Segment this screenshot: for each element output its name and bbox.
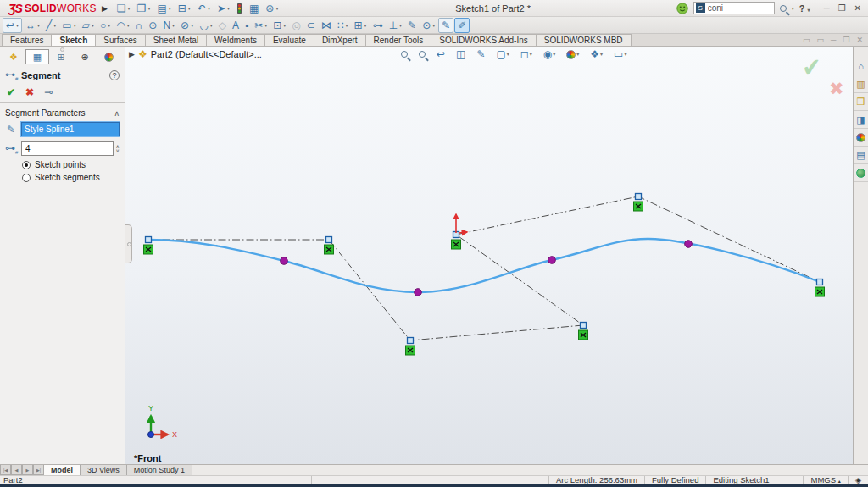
spline-fit-point-1[interactable]	[415, 289, 422, 296]
status-tag-icon[interactable]: ◈	[848, 476, 868, 484]
spline-control-point-5[interactable]	[636, 194, 642, 200]
perimeter-circle-icon[interactable]: ⊙	[146, 19, 159, 32]
offset-on-surface-icon[interactable]: ⊂	[304, 19, 318, 32]
sketch-origin-x-arrow[interactable]	[459, 232, 467, 233]
ok-button[interactable]: ✔	[7, 86, 15, 98]
sheet-nav-button-0[interactable]: |◀	[0, 465, 11, 475]
custom-properties-icon[interactable]: ▤	[854, 147, 868, 164]
graphics-viewport[interactable]: YX*Front ▶ ❖ Part2 (Default<<Default>...…	[125, 47, 853, 464]
ribbon-tab-weldments[interactable]: Weldments	[206, 34, 265, 46]
spline-control-point-3[interactable]	[581, 323, 587, 329]
conic-icon[interactable]: ⊘▾	[178, 19, 196, 32]
user-presence-icon[interactable]	[676, 3, 688, 14]
conic-icon-dropdown[interactable]: ▾	[191, 19, 193, 31]
close-button[interactable]: ✕	[854, 3, 861, 13]
new-document-icon-dropdown[interactable]: ▾	[128, 3, 131, 14]
mirror-entities-icon[interactable]: ⋈	[319, 19, 334, 32]
search-dropdown-icon[interactable]: ▾	[792, 5, 794, 11]
confirm-sketch-icon[interactable]: ✔	[800, 53, 823, 82]
cancel-button[interactable]: ✖	[25, 86, 34, 98]
bottom-tab-motion-study-1[interactable]: Motion Study 1	[127, 465, 192, 475]
segment-parameters-section-header[interactable]: Segment Parameters ∧	[0, 103, 125, 119]
spline-icon[interactable]: N▾	[160, 19, 177, 32]
corner-rectangle-icon-dropdown[interactable]: ▾	[74, 19, 76, 31]
spline-name-field[interactable]: Style Spline1	[21, 122, 120, 136]
ribbon-tab-sheet-metal[interactable]: Sheet Metal	[145, 34, 207, 46]
smart-dimension-icon[interactable]: ↔▾	[23, 19, 42, 32]
select-icon-dropdown[interactable]: ▾	[227, 3, 230, 14]
centerpoint-arc-icon[interactable]: ◠▾	[114, 19, 132, 32]
zoom-to-fit-icon[interactable]	[398, 50, 410, 58]
sheet-nav-button-3[interactable]: ▶|	[33, 465, 44, 475]
print-icon-dropdown[interactable]: ▾	[188, 3, 191, 14]
ribbon-tab-solidworks-mbd[interactable]: SOLIDWORKS MBD	[536, 34, 632, 46]
instant2d-icon[interactable]: ⊙▾	[420, 19, 437, 32]
undo-icon-dropdown[interactable]: ▾	[208, 3, 210, 14]
ribbon-tab-evaluate[interactable]: Evaluate	[264, 34, 314, 46]
featuremanager-tab[interactable]: ❖	[2, 49, 25, 64]
spline-control-point-1[interactable]	[326, 237, 332, 243]
add-relation-icon[interactable]: ⊥▾	[387, 19, 404, 32]
hide-show-items-icon[interactable]: ◉▾	[541, 47, 559, 61]
display-style-icon[interactable]: ◻▾	[518, 47, 535, 61]
straight-slot-icon-dropdown[interactable]: ▾	[92, 19, 94, 31]
doc-window-control-1[interactable]: ▭	[816, 36, 824, 44]
point-icon[interactable]: ▪	[242, 19, 251, 32]
segment-count-field[interactable]: 4	[21, 141, 114, 156]
forum-icon[interactable]	[854, 164, 868, 182]
ribbon-tab-sketch[interactable]: Sketch	[51, 34, 96, 46]
ribbon-tab-features[interactable]: Features	[2, 34, 52, 46]
spline-control-point-0[interactable]	[146, 237, 152, 243]
active-tool-icon[interactable]: ✐	[454, 18, 470, 33]
line-icon-dropdown[interactable]: ▾	[53, 19, 56, 31]
radio-sketch-points[interactable]: Sketch points	[0, 158, 125, 171]
design-library-icon[interactable]: ▥	[854, 75, 868, 93]
help-button[interactable]: ? ▾	[799, 3, 810, 14]
exit-sketch-icon-dropdown[interactable]: ▾	[16, 19, 19, 31]
edit-appearance-icon[interactable]: ▾	[564, 47, 581, 61]
line-icon[interactable]: ╱▾	[43, 19, 58, 32]
straight-slot-icon[interactable]: ▱▾	[80, 19, 97, 32]
doc-window-control-3[interactable]: ❐	[843, 36, 849, 44]
part-tree-label[interactable]: Part2 (Default<<Default>...	[151, 49, 262, 59]
bottom-tab-3d-views[interactable]: 3D Views	[81, 465, 127, 475]
convert-entities-icon-dropdown[interactable]: ▾	[283, 19, 286, 31]
dimxpertmanager-tab[interactable]: ⊕	[73, 49, 97, 64]
print-icon[interactable]: ⊟▾	[175, 2, 193, 15]
appearances-icon[interactable]	[854, 129, 868, 147]
spline-control-polygon[interactable]	[148, 196, 820, 340]
display-delete-relations-icon-dropdown[interactable]: ▾	[364, 19, 367, 31]
instant2d-icon-dropdown[interactable]: ▾	[432, 19, 435, 31]
ribbon-tab-surfaces[interactable]: Surfaces	[95, 34, 145, 46]
units-caret-icon[interactable]: ▴	[838, 479, 841, 484]
save-icon-dropdown[interactable]: ▾	[169, 3, 171, 14]
radio-button-selected[interactable]	[22, 161, 31, 169]
linear-sketch-pattern-icon-dropdown[interactable]: ▾	[346, 19, 348, 31]
dynamic-annotation-icon[interactable]: ✎	[474, 47, 487, 61]
spline-fit-point-3[interactable]	[685, 241, 693, 248]
spinner-arrows[interactable]: ∧∨	[116, 145, 120, 153]
parabola-icon[interactable]: ∩	[133, 19, 146, 32]
task-pane-list-icon[interactable]: ▦	[247, 2, 261, 15]
units-selector[interactable]: MMGS ▴	[803, 476, 847, 484]
doc-window-control-4[interactable]: ✕	[856, 36, 863, 44]
circle-icon-dropdown[interactable]: ▾	[108, 19, 110, 31]
sketch-canvas[interactable]: YX*Front	[125, 47, 853, 464]
open-icon-dropdown[interactable]: ▾	[147, 3, 150, 14]
style-spline-curve[interactable]	[148, 239, 820, 292]
segment-icon[interactable]: ⊶	[370, 19, 386, 32]
trim-entities-icon[interactable]: ✂▾	[252, 19, 270, 32]
keep-visible-pin-icon[interactable]: ⊸	[44, 86, 53, 98]
sketch-fillet-icon-dropdown[interactable]: ▾	[210, 19, 213, 31]
undo-icon[interactable]: ↶▾	[195, 2, 213, 15]
sketch-settings-icon[interactable]: ✎	[405, 19, 419, 32]
file-explorer-icon[interactable]: ❒	[854, 93, 868, 111]
collapse-chevron-icon[interactable]: ∧	[114, 109, 120, 118]
spinner-down-icon[interactable]: ∨	[116, 149, 120, 153]
ribbon-tab-render-tools[interactable]: Render Tools	[365, 34, 432, 46]
spline-fit-point-0[interactable]	[281, 257, 288, 265]
traffic-light-icon[interactable]	[234, 2, 245, 15]
spline-control-point-6[interactable]	[817, 279, 823, 285]
minimize-button[interactable]: ─	[824, 3, 830, 13]
doc-window-control-2[interactable]: ─	[831, 36, 836, 44]
